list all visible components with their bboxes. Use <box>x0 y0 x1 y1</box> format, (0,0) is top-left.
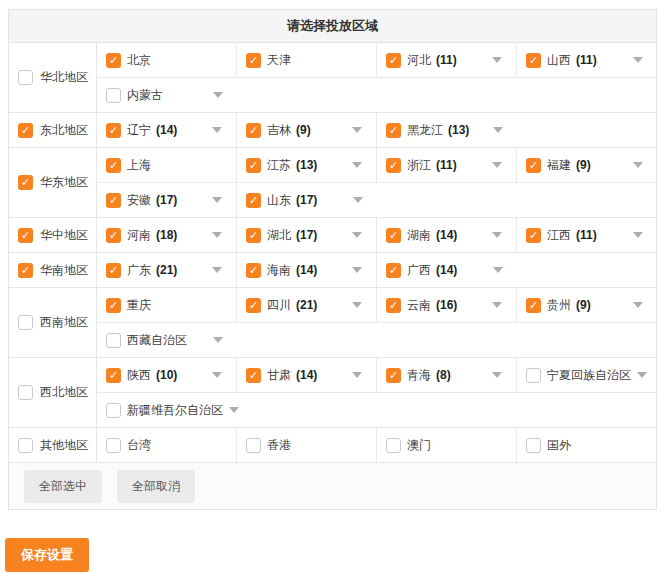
checkbox-checked[interactable]: ✓ <box>386 263 401 278</box>
checkbox-checked[interactable]: ✓ <box>106 123 121 138</box>
province-cell[interactable]: ✓青海(8) <box>377 358 517 392</box>
province-cell[interactable]: ✓安徽(17) <box>97 183 237 217</box>
checkbox-checked[interactable]: ✓ <box>526 158 541 173</box>
checkbox-checked[interactable]: ✓ <box>106 158 121 173</box>
checkbox-unchecked[interactable] <box>18 70 33 85</box>
chevron-down-icon[interactable] <box>492 302 502 308</box>
province-cell[interactable]: 台湾 <box>97 428 237 462</box>
chevron-down-icon[interactable] <box>352 267 362 273</box>
chevron-down-icon[interactable] <box>633 302 643 308</box>
save-settings-button[interactable]: 保存设置 <box>5 538 89 572</box>
province-cell[interactable]: 宁夏回族自治区 <box>517 358 659 392</box>
checkbox-checked[interactable]: ✓ <box>246 123 261 138</box>
province-cell[interactable]: ✓海南(14) <box>237 253 377 287</box>
checkbox-unchecked[interactable] <box>246 438 261 453</box>
checkbox-checked[interactable]: ✓ <box>246 228 261 243</box>
chevron-down-icon[interactable] <box>229 407 239 413</box>
province-cell[interactable]: ✓湖北(17) <box>237 218 377 252</box>
checkbox-checked[interactable]: ✓ <box>386 298 401 313</box>
province-cell[interactable]: ✓重庆 <box>97 288 237 322</box>
checkbox-unchecked[interactable] <box>106 88 121 103</box>
region-group-cell[interactable]: 西南地区 <box>9 288 97 357</box>
checkbox-checked[interactable]: ✓ <box>106 263 121 278</box>
chevron-down-icon[interactable] <box>352 162 362 168</box>
checkbox-unchecked[interactable] <box>386 438 401 453</box>
chevron-down-icon[interactable] <box>637 372 647 378</box>
region-group-cell[interactable]: 其他地区 <box>9 428 97 462</box>
checkbox-checked[interactable]: ✓ <box>106 228 121 243</box>
province-cell[interactable]: 内蒙古 <box>97 78 237 112</box>
chevron-down-icon[interactable] <box>352 127 362 133</box>
checkbox-unchecked[interactable] <box>18 315 33 330</box>
chevron-down-icon[interactable] <box>633 162 643 168</box>
checkbox-unchecked[interactable] <box>106 438 121 453</box>
chevron-down-icon[interactable] <box>493 267 503 273</box>
select-all-button[interactable]: 全部选中 <box>24 470 102 503</box>
province-cell[interactable]: 香港 <box>237 428 377 462</box>
checkbox-checked[interactable]: ✓ <box>246 193 261 208</box>
chevron-down-icon[interactable] <box>492 232 502 238</box>
province-cell[interactable]: ✓山东(17) <box>237 183 377 217</box>
province-cell[interactable]: ✓河南(18) <box>97 218 237 252</box>
province-cell[interactable]: ✓甘肃(14) <box>237 358 377 392</box>
checkbox-checked[interactable]: ✓ <box>386 158 401 173</box>
checkbox-checked[interactable]: ✓ <box>106 53 121 68</box>
checkbox-checked[interactable]: ✓ <box>106 368 121 383</box>
checkbox-checked[interactable]: ✓ <box>386 123 401 138</box>
checkbox-checked[interactable]: ✓ <box>386 53 401 68</box>
checkbox-checked[interactable]: ✓ <box>526 53 541 68</box>
chevron-down-icon[interactable] <box>213 92 223 98</box>
province-cell[interactable]: ✓河北(11) <box>377 43 517 77</box>
province-cell[interactable]: 西藏自治区 <box>97 323 237 357</box>
checkbox-checked[interactable]: ✓ <box>386 228 401 243</box>
chevron-down-icon[interactable] <box>633 232 643 238</box>
chevron-down-icon[interactable] <box>492 372 502 378</box>
province-cell[interactable]: ✓陕西(10) <box>97 358 237 392</box>
province-cell[interactable]: 澳门 <box>377 428 517 462</box>
province-cell[interactable]: ✓山西(11) <box>517 43 657 77</box>
chevron-down-icon[interactable] <box>212 127 222 133</box>
deselect-all-button[interactable]: 全部取消 <box>117 470 195 503</box>
province-cell[interactable]: ✓福建(9) <box>517 148 657 182</box>
province-cell[interactable]: ✓云南(16) <box>377 288 517 322</box>
checkbox-unchecked[interactable] <box>106 403 121 418</box>
checkbox-checked[interactable]: ✓ <box>386 368 401 383</box>
chevron-down-icon[interactable] <box>352 232 362 238</box>
province-cell[interactable]: ✓四川(21) <box>237 288 377 322</box>
checkbox-unchecked[interactable] <box>18 385 33 400</box>
checkbox-checked[interactable]: ✓ <box>106 298 121 313</box>
chevron-down-icon[interactable] <box>212 197 222 203</box>
checkbox-checked[interactable]: ✓ <box>18 175 33 190</box>
checkbox-checked[interactable]: ✓ <box>246 298 261 313</box>
checkbox-checked[interactable]: ✓ <box>246 53 261 68</box>
chevron-down-icon[interactable] <box>353 197 363 203</box>
province-cell[interactable]: ✓广东(21) <box>97 253 237 287</box>
province-cell[interactable]: ✓广西(14) <box>377 253 517 287</box>
chevron-down-icon[interactable] <box>212 267 222 273</box>
province-cell[interactable]: ✓贵州(9) <box>517 288 657 322</box>
chevron-down-icon[interactable] <box>213 337 223 343</box>
checkbox-checked[interactable]: ✓ <box>246 158 261 173</box>
region-group-cell[interactable]: ✓华东地区 <box>9 148 97 217</box>
checkbox-checked[interactable]: ✓ <box>106 193 121 208</box>
checkbox-unchecked[interactable] <box>526 368 541 383</box>
checkbox-checked[interactable]: ✓ <box>18 123 33 138</box>
province-cell[interactable]: ✓江苏(13) <box>237 148 377 182</box>
checkbox-checked[interactable]: ✓ <box>526 298 541 313</box>
province-cell[interactable]: ✓浙江(11) <box>377 148 517 182</box>
chevron-down-icon[interactable] <box>492 162 502 168</box>
province-cell[interactable]: ✓北京 <box>97 43 237 77</box>
checkbox-unchecked[interactable] <box>18 438 33 453</box>
province-cell[interactable]: ✓江西(11) <box>517 218 657 252</box>
checkbox-checked[interactable]: ✓ <box>246 263 261 278</box>
checkbox-unchecked[interactable] <box>106 333 121 348</box>
region-group-cell[interactable]: 西北地区 <box>9 358 97 427</box>
province-cell[interactable]: 新疆维吾尔自治区 <box>97 393 253 427</box>
chevron-down-icon[interactable] <box>212 232 222 238</box>
chevron-down-icon[interactable] <box>493 127 503 133</box>
region-group-cell[interactable]: ✓华南地区 <box>9 253 97 287</box>
checkbox-unchecked[interactable] <box>526 438 541 453</box>
province-cell[interactable]: ✓吉林(9) <box>237 113 377 147</box>
chevron-down-icon[interactable] <box>212 372 222 378</box>
chevron-down-icon[interactable] <box>352 302 362 308</box>
